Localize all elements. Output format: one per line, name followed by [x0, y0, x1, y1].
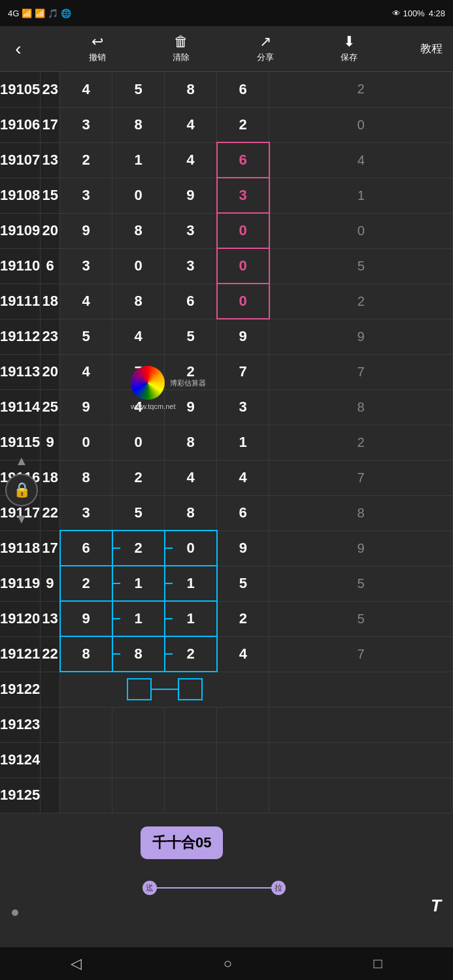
row-last: 4 [269, 142, 453, 178]
row-num-0: 4 [60, 284, 112, 319]
row-num-3: 4 [217, 636, 269, 672]
row-num-1 [112, 777, 165, 813]
save-button[interactable]: ⬇ 保存 [331, 35, 367, 63]
blue-connector-line [164, 583, 173, 584]
row-sum: 17 [41, 107, 60, 142]
row-last: 7 [269, 460, 453, 495]
row-sum: 9 [41, 566, 60, 601]
row-num-3: 9 [217, 319, 269, 354]
tutorial-button[interactable]: 教程 [415, 41, 448, 56]
status-left: 4G 📶 📶 🎵 🌐 [8, 8, 71, 18]
row-last: 0 [269, 107, 453, 142]
clear-icon: 🗑 [174, 35, 188, 49]
table-row: 191142594938 [0, 389, 453, 425]
row-num-0: 3 [60, 107, 112, 142]
row-sum: 13 [41, 601, 60, 636]
row-last: 7 [269, 636, 453, 672]
undo-icon: ↩ [92, 35, 103, 49]
data-table-area: 1910523458621910617384201910713214641910… [0, 72, 453, 947]
table-row: 19115900812 [0, 425, 453, 460]
share-icon: ↗ [260, 35, 271, 49]
row-num-1: 8 [112, 213, 165, 248]
row-num-3: 1 [217, 425, 269, 460]
row-num-1: 1 [112, 601, 165, 636]
row-sum: 13 [41, 142, 60, 178]
undo-label: 撤销 [89, 52, 106, 63]
row-id: 19106 [0, 107, 41, 142]
row-id: 19125 [0, 777, 41, 813]
toolbar: ‹ ↩ 撤销 🗑 清除 ↗ 分享 ⬇ 保存 教程 [0, 26, 453, 72]
table-row: 191201391125 [0, 601, 453, 636]
row-num-3: 6 [217, 495, 269, 531]
share-button[interactable]: ↗ 分享 [247, 35, 283, 63]
table-row: 191161882447 [0, 460, 453, 495]
blue-connector-line [112, 618, 120, 619]
clear-button[interactable]: 🗑 清除 [163, 35, 199, 63]
row-num-0 [60, 742, 112, 777]
row-num-1: 5 [112, 495, 165, 531]
row-id: 19124 [0, 742, 41, 777]
nav-back-button[interactable]: ◁ [71, 955, 82, 972]
undo-button[interactable]: ↩ 撤销 [79, 35, 115, 63]
row-num-2: 4 [165, 460, 217, 495]
back-button[interactable]: ‹ [5, 39, 31, 59]
row-num-0: 9 [60, 213, 112, 248]
clear-label: 清除 [173, 52, 190, 63]
row-num-3: 4 [217, 460, 269, 495]
table-row: 191092098300 [0, 213, 453, 248]
row-num-3: 9 [217, 531, 269, 566]
popup-pull-handle[interactable]: 拉 [271, 881, 286, 895]
scroll-up-icon[interactable]: ▲ [15, 453, 28, 468]
row-num-3 [217, 777, 269, 813]
main-table: 1910523458621910617384201910713214641910… [0, 72, 453, 813]
row-num-0 [60, 777, 112, 813]
table-row: 191111848602 [0, 284, 453, 319]
dot-indicator [12, 909, 18, 916]
row-id: 19112 [0, 319, 41, 354]
row-id: 19120 [0, 601, 41, 636]
row-num-2: 9 [165, 178, 217, 213]
row-last: 9 [269, 531, 453, 566]
row-last: 2 [269, 284, 453, 319]
row-sum [41, 672, 60, 707]
nav-home-button[interactable]: ○ [224, 955, 232, 972]
scroll-down-icon[interactable]: ▼ [15, 512, 28, 527]
row-sum: 18 [41, 284, 60, 319]
save-icon: ⬇ [343, 35, 355, 49]
row-id: 19114 [0, 389, 41, 425]
row-num-0: 2 [60, 566, 112, 601]
row-num-1: 2 [112, 531, 165, 566]
row-num-2 [165, 777, 217, 813]
row-id: 19111 [0, 284, 41, 319]
table-row: 19123 [0, 707, 453, 742]
row-num-0: 0 [60, 425, 112, 460]
blue-connector-line [112, 583, 120, 584]
table-row: 191122354599 [0, 319, 453, 354]
row-num-0: 2 [60, 142, 112, 178]
row-num-3: 5 [217, 566, 269, 601]
row-id: 19113 [0, 354, 41, 389]
row-num-0: 3 [60, 178, 112, 213]
text-tool-icon[interactable]: T [431, 896, 441, 916]
row-num-0: 3 [60, 495, 112, 531]
row-num-0: 5 [60, 319, 112, 354]
row-num-1 [112, 707, 165, 742]
wifi-icon: 📶 [35, 8, 45, 18]
nav-recents-button[interactable]: □ [373, 955, 382, 972]
row-id: 19123 [0, 707, 41, 742]
share-label: 分享 [257, 52, 274, 63]
status-bar: 4G 📶 📶 🎵 🌐 👁 100% 4:28 [0, 0, 453, 26]
row-num-2: 8 [165, 495, 217, 531]
table-row: 191052345862 [0, 72, 453, 107]
row-num-1: 1 [112, 142, 165, 178]
row-last: 8 [269, 495, 453, 531]
row-last: 7 [269, 354, 453, 389]
lock-icon[interactable]: 🔒 [5, 474, 38, 506]
table-row: 19124 [0, 742, 453, 777]
row-num-2: 1 [165, 566, 217, 601]
row-num-3 [217, 707, 269, 742]
popup-tooltip: 千十合05 [141, 826, 223, 859]
table-row: 191212288247 [0, 636, 453, 672]
empty-row-boxes [60, 672, 269, 707]
table-row: 191132047277 [0, 354, 453, 389]
